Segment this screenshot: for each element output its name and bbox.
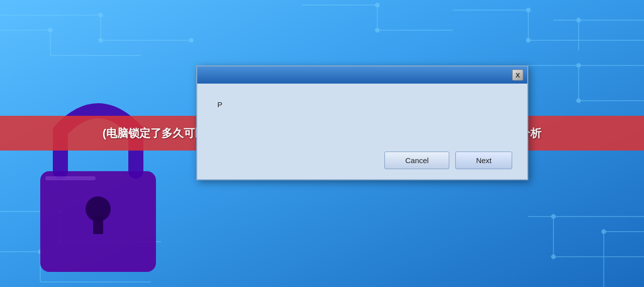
svg-point-28 [577, 63, 581, 67]
svg-rect-50 [45, 176, 96, 180]
svg-point-14 [375, 3, 379, 7]
dialog-content-text: P [217, 99, 507, 111]
dialog-titlebar: X [197, 66, 527, 84]
dialog-content: P [197, 84, 527, 144]
dialog-box: X P Cancel Next [196, 65, 528, 180]
next-button[interactable]: Next [455, 152, 512, 169]
svg-point-10 [48, 28, 52, 32]
svg-point-46 [602, 230, 606, 234]
svg-point-5 [99, 38, 103, 42]
svg-rect-49 [93, 217, 103, 234]
svg-point-24 [577, 18, 581, 22]
svg-point-6 [189, 38, 193, 42]
svg-point-15 [375, 28, 379, 32]
svg-point-20 [526, 8, 530, 12]
svg-point-42 [551, 214, 555, 219]
dialog-footer: Cancel Next [197, 144, 527, 179]
svg-point-29 [577, 99, 581, 103]
svg-point-21 [526, 38, 530, 42]
svg-point-43 [551, 255, 555, 259]
cancel-button[interactable]: Cancel [384, 152, 449, 169]
close-button[interactable]: X [512, 69, 523, 81]
svg-point-4 [99, 13, 103, 17]
